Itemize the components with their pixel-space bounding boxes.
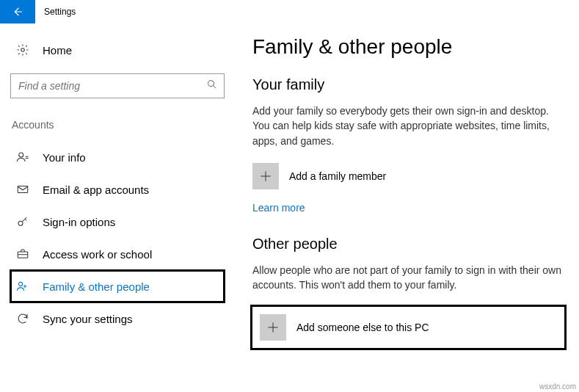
nav-home-label: Home [43, 44, 72, 57]
sidebar-item-label: Sign-in options [43, 216, 115, 228]
sidebar: Home Accounts Your info Email & app acco… [0, 35, 235, 348]
other-people-heading: Other people [252, 236, 564, 253]
sidebar-item-label: Your info [43, 151, 86, 164]
arrow-left-icon [11, 5, 24, 18]
briefcase-icon [15, 247, 31, 261]
svg-point-5 [18, 221, 23, 225]
watermark: wsxdn.com [539, 382, 576, 391]
family-heading: Your family [252, 76, 564, 93]
sidebar-section-heading: Accounts [10, 119, 225, 131]
sidebar-item-label: Email & app accounts [43, 184, 149, 196]
plus-icon [260, 314, 286, 341]
sidebar-item-your-info[interactable]: Your info [10, 141, 225, 173]
sidebar-item-signin[interactable]: Sign-in options [10, 206, 225, 238]
back-button[interactable] [0, 0, 35, 23]
svg-line-2 [214, 86, 216, 88]
plus-icon [252, 163, 279, 189]
sidebar-item-label: Sync your settings [43, 313, 133, 325]
sidebar-item-label: Family & other people [43, 280, 150, 293]
sidebar-item-family[interactable]: Family & other people [10, 270, 225, 302]
sidebar-item-email[interactable]: Email & app accounts [10, 173, 225, 206]
sidebar-item-label: Access work or school [43, 248, 152, 261]
add-family-member-button[interactable]: Add a family member [252, 163, 564, 189]
mail-icon [15, 183, 31, 196]
sidebar-item-work-school[interactable]: Access work or school [10, 238, 225, 270]
gear-icon [15, 43, 31, 57]
svg-point-3 [19, 153, 23, 157]
sidebar-item-sync[interactable]: Sync your settings [10, 302, 225, 335]
content-pane: Family & other people Your family Add yo… [235, 35, 579, 348]
family-description: Add your family so everybody gets their … [252, 104, 564, 148]
person-icon [15, 150, 31, 164]
svg-point-7 [18, 282, 22, 286]
window-title: Settings [35, 7, 76, 17]
add-family-label: Add a family member [289, 170, 386, 182]
search-icon [206, 79, 218, 93]
nav-home[interactable]: Home [10, 35, 225, 65]
sync-icon [15, 312, 31, 325]
other-people-description: Allow people who are not part of your fa… [252, 263, 564, 293]
add-someone-else-button[interactable]: Add someone else to this PC [252, 307, 564, 348]
search-box[interactable] [10, 73, 225, 98]
svg-point-1 [208, 81, 214, 87]
svg-rect-4 [18, 186, 28, 193]
add-someone-else-label: Add someone else to this PC [296, 322, 429, 333]
svg-point-0 [21, 48, 25, 52]
learn-more-link[interactable]: Learn more [252, 202, 305, 214]
key-icon [15, 215, 31, 228]
sidebar-nav: Your info Email & app accounts Sign-in o… [10, 141, 225, 335]
titlebar: Settings [0, 0, 579, 23]
page-title: Family & other people [252, 35, 564, 59]
search-input[interactable] [11, 74, 224, 98]
people-icon [15, 280, 31, 293]
